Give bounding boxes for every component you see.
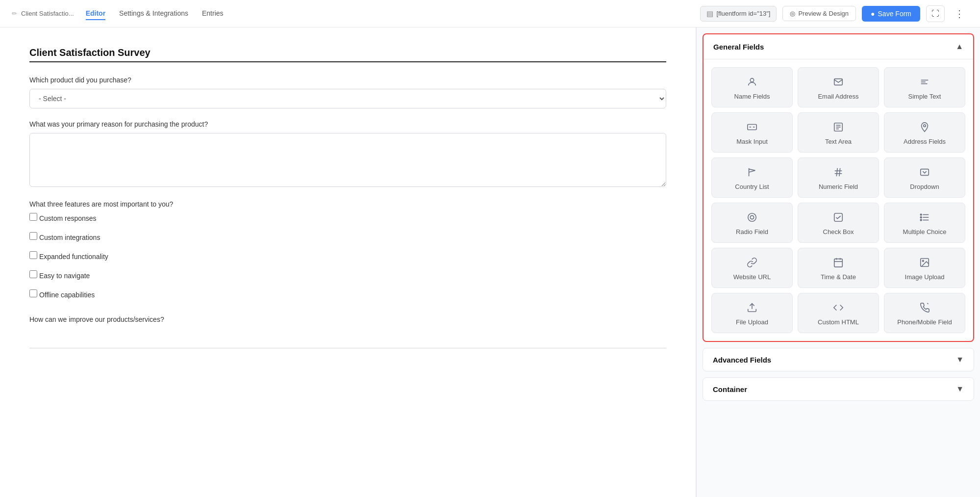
advanced-fields-chevron: ▼ bbox=[956, 355, 964, 364]
field-card-check-box[interactable]: Check Box bbox=[798, 203, 879, 243]
right-panel: General Fields ▲ Name FieldsEmail Addres… bbox=[696, 27, 980, 497]
field-label-image-upload: Image Upload bbox=[905, 273, 945, 281]
field-card-file-upload[interactable]: File Upload bbox=[711, 293, 793, 333]
field-card-image-upload[interactable]: Image Upload bbox=[884, 248, 965, 288]
form-title: Client Satisfaction Survey bbox=[29, 47, 666, 58]
more-button[interactable]: ⋮ bbox=[951, 6, 968, 22]
email-icon bbox=[833, 77, 844, 89]
question-3-label: What three features are most important t… bbox=[29, 200, 666, 208]
checkbox-1[interactable] bbox=[29, 232, 37, 240]
preview-button[interactable]: ◎ Preview & Design bbox=[782, 6, 856, 21]
phone-icon bbox=[919, 302, 930, 314]
field-card-dropdown[interactable]: Dropdown bbox=[884, 157, 965, 198]
checkbox-item-0[interactable]: Custom responses bbox=[29, 213, 666, 222]
checkbox-group: Custom responses Custom integrations Exp… bbox=[29, 213, 666, 304]
field-card-text-area[interactable]: Text Area bbox=[798, 112, 879, 153]
breadcrumb-text: Client Satisfactio... bbox=[21, 10, 74, 17]
svg-rect-18 bbox=[921, 169, 929, 176]
field-card-email-address[interactable]: Email Address bbox=[798, 67, 879, 107]
svg-rect-21 bbox=[834, 213, 843, 222]
field-card-phone-mobile[interactable]: Phone/Mobile Field bbox=[884, 293, 965, 333]
tab-entries[interactable]: Entries bbox=[202, 7, 224, 20]
field-card-mask-input[interactable]: Mask Input bbox=[711, 112, 793, 153]
svg-rect-28 bbox=[834, 259, 843, 267]
code-icon bbox=[833, 302, 844, 314]
checkbox-4[interactable] bbox=[29, 289, 37, 297]
field-label-dropdown: Dropdown bbox=[910, 183, 939, 190]
svg-line-16 bbox=[836, 168, 837, 177]
field-card-country-list[interactable]: Country List bbox=[711, 157, 793, 198]
preview-label: Preview & Design bbox=[798, 10, 849, 17]
checkbox-item-1[interactable]: Custom integrations bbox=[29, 232, 666, 241]
advanced-fields-header[interactable]: Advanced Fields ▼ bbox=[703, 348, 974, 371]
svg-point-12 bbox=[924, 125, 926, 127]
field-label-country-list: Country List bbox=[735, 183, 769, 190]
field-card-name-fields[interactable]: Name Fields bbox=[711, 67, 793, 107]
container-header[interactable]: Container ▼ bbox=[703, 378, 974, 400]
list-icon bbox=[919, 212, 930, 224]
calendar-icon bbox=[833, 257, 844, 269]
field-label-address-fields: Address Fields bbox=[904, 138, 946, 145]
expand-button[interactable]: ⛶ bbox=[926, 5, 945, 22]
tab-settings[interactable]: Settings & Integrations bbox=[119, 7, 188, 20]
svg-point-0 bbox=[750, 78, 754, 82]
eye-icon: ◎ bbox=[790, 10, 795, 17]
svg-line-35 bbox=[928, 303, 930, 305]
nav-tabs: Editor Settings & Integrations Entries bbox=[86, 7, 224, 20]
breadcrumb: ✏ Client Satisfactio... bbox=[12, 10, 74, 17]
question-4-label: How can we improve our products/services… bbox=[29, 315, 666, 323]
form-area: Client Satisfaction Survey Which product… bbox=[0, 27, 696, 497]
field-card-custom-html[interactable]: Custom HTML bbox=[798, 293, 879, 333]
field-label-radio-field: Radio Field bbox=[736, 228, 768, 235]
checkbox-item-4[interactable]: Offline capabilities bbox=[29, 289, 666, 299]
checkbox-3[interactable] bbox=[29, 270, 37, 278]
field-card-simple-text[interactable]: Simple Text bbox=[884, 67, 965, 107]
hash-icon bbox=[833, 167, 844, 179]
tab-editor[interactable]: Editor bbox=[86, 7, 105, 20]
textarea-icon bbox=[833, 122, 844, 134]
question-2-textarea[interactable] bbox=[29, 133, 666, 187]
more-icon: ⋮ bbox=[955, 8, 964, 19]
shortcode-text: [fluentform id="13"] bbox=[716, 10, 770, 17]
general-fields-header[interactable]: General Fields ▲ bbox=[704, 34, 973, 59]
checkbox-item-2[interactable]: Expanded functionality bbox=[29, 251, 666, 261]
expand-icon: ⛶ bbox=[931, 9, 939, 18]
svg-point-20 bbox=[750, 215, 754, 219]
field-card-time-date[interactable]: Time & Date bbox=[798, 248, 879, 288]
checkbox-0[interactable] bbox=[29, 213, 37, 221]
svg-point-27 bbox=[920, 219, 922, 221]
question-1-select[interactable]: - Select - bbox=[29, 89, 666, 108]
question-2-label: What was your primary reason for purchas… bbox=[29, 120, 666, 128]
question-4-input[interactable] bbox=[29, 332, 666, 348]
dropdown-icon bbox=[919, 167, 930, 179]
field-label-custom-html: Custom HTML bbox=[818, 318, 859, 326]
checkbox-label-0: Custom responses bbox=[39, 214, 97, 222]
question-2: What was your primary reason for purchas… bbox=[29, 120, 666, 188]
shortcode-box[interactable]: ▤ [fluentform id="13"] bbox=[700, 6, 777, 22]
person-icon bbox=[747, 77, 757, 89]
radio-icon bbox=[747, 212, 757, 224]
save-button[interactable]: ● Save Form bbox=[862, 6, 920, 22]
field-card-address-fields[interactable]: Address Fields bbox=[884, 112, 965, 153]
field-label-multiple-choice: Multiple Choice bbox=[903, 228, 947, 235]
top-nav: ✏ Client Satisfactio... Editor Settings … bbox=[0, 0, 980, 27]
checkbox-icon bbox=[833, 212, 844, 224]
field-label-simple-text: Simple Text bbox=[908, 93, 941, 100]
general-fields-section: General Fields ▲ Name FieldsEmail Addres… bbox=[703, 33, 974, 342]
field-card-multiple-choice[interactable]: Multiple Choice bbox=[884, 203, 965, 243]
field-card-radio-field[interactable]: Radio Field bbox=[711, 203, 793, 243]
container-chevron: ▼ bbox=[956, 385, 964, 393]
checkbox-item-3[interactable]: Easy to navigate bbox=[29, 270, 666, 280]
upload-icon bbox=[747, 302, 757, 314]
checkbox-label-2: Expanded functionality bbox=[39, 253, 108, 261]
field-card-numeric-field[interactable]: Numeric Field bbox=[798, 157, 879, 198]
field-label-email-address: Email Address bbox=[818, 93, 858, 100]
field-label-mask-input: Mask Input bbox=[736, 138, 768, 145]
field-card-website-url[interactable]: Website URL bbox=[711, 248, 793, 288]
mask-icon bbox=[747, 122, 757, 134]
field-label-file-upload: File Upload bbox=[736, 318, 768, 326]
question-1-label: Which product did you purchase? bbox=[29, 76, 666, 84]
svg-point-33 bbox=[922, 260, 924, 262]
checkbox-2[interactable] bbox=[29, 251, 37, 259]
svg-point-25 bbox=[920, 214, 922, 215]
